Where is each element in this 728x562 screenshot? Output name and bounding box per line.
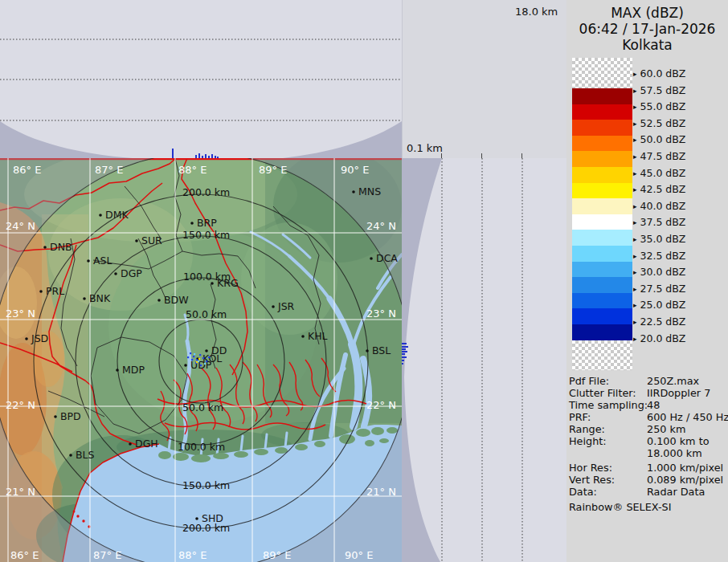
colorbar-band [572,136,632,152]
tick-value: 57.5 dBZ [640,84,686,96]
colorbar-band [572,308,632,324]
station-label: BLS [76,449,95,461]
station-dot [54,415,57,418]
tick-arrow-icon: ▸ [633,169,637,177]
colorbar-tick: ▸42.5 dBZ [633,183,685,195]
station-dot [116,369,119,372]
echo-spike [402,360,404,361]
station-label: DGP [121,267,142,279]
tick-arrow-icon: ▸ [633,153,637,161]
info-row: 18.000 km [569,447,728,459]
info-row: Time sampling:48 [569,399,728,411]
echo-pixel [204,363,206,364]
station-dot [69,454,72,457]
echo-pixel [194,353,195,355]
ring-label: 100.0 km [178,441,225,453]
tick-value: 42.5 dBZ [640,183,686,195]
echo-pixel [199,354,201,356]
info-value: 250 km [647,423,685,435]
tick-value: 20.0 dBZ [640,332,686,344]
station-label: BNK [89,292,111,304]
echo-pixel [198,358,200,360]
product-title: MAX (dBZ) [566,5,728,21]
colorbar-band [572,293,632,309]
colorbar-band [572,104,632,120]
tick-value: 32.5 dBZ [640,250,686,262]
lat-label: 23° N [6,307,35,320]
height-axis-max-label: 18.0 km [515,6,558,18]
colorbar-tick: ▸55.0 dBZ [633,100,685,112]
info-row: Clutter Filter:IIRDoppler 7 [569,387,728,399]
info-label: Vert Res: [569,474,647,486]
info-value: 0.089 km/pixel [647,474,723,486]
station-label: DNB [50,241,72,253]
echo-pixel [208,356,210,358]
station-dot [366,349,369,352]
colorbar-band [572,120,632,136]
radar-site-name: Kolkata [566,37,728,53]
info-label: Height: [569,435,647,447]
lon-label: 89° E [259,164,287,176]
info-row: Range:250 km [569,423,728,435]
colorbar-band [572,88,632,104]
tick-value: 50.0 dBZ [640,133,686,145]
station-dot [184,364,187,367]
lat-label: 23° N [366,307,396,320]
tick-arrow-icon: ▸ [633,252,637,260]
colorbar-tick: ▸30.0 dBZ [633,266,685,278]
info-value: Radar Data [647,486,705,498]
station-dot [43,246,47,249]
info-value: IIRDoppler 7 [647,387,710,399]
ring-label: 50.0 km [186,308,227,320]
tick-value: 47.5 dBZ [640,150,686,162]
echo-spike [402,346,408,348]
tick-arrow-icon: ▸ [633,70,637,78]
station-dot [99,214,102,217]
info-value: 0.100 km to [647,435,710,447]
echo-spike [402,353,405,355]
colorbar-band [572,324,632,340]
echo-spike [402,363,403,364]
info-label: Range: [569,423,647,435]
info-value: 250Z.max [647,375,699,387]
tick-arrow-icon: ▸ [633,136,637,144]
station-label: ASL [93,255,112,267]
echo-pixel [196,361,198,363]
product-datetime: 06:42 / 17-Jan-2026 [566,21,728,37]
tick-arrow-icon: ▸ [633,235,637,243]
colorbar-tick: ▸60.0 dBZ [633,67,685,79]
info-value: 48 [647,399,660,411]
info-label: Clutter Filter: [569,387,647,399]
station-label: DMK [105,209,129,221]
colorbar-tick: ▸40.0 dBZ [633,200,685,212]
info-row: Hor Res:1.000 km/pixel [569,462,728,474]
info-label: PRF: [569,411,647,423]
info-value: 1.000 km/pixel [647,462,723,474]
station-dot [129,442,132,446]
tick-value: 27.5 dBZ [640,283,686,295]
colorbar-band [572,167,632,183]
tick-value: 30.0 dBZ [640,266,686,278]
station-dot [114,272,117,275]
info-value: 600 Hz / 450 Hz [647,411,728,423]
station-label: BSL [372,344,391,356]
tick-arrow-icon: ▸ [633,268,637,276]
ring-label: 50.0 km [182,401,223,413]
lon-label: 88° E [178,164,207,176]
colorbar-band [572,230,632,246]
colorbar-band [572,277,632,293]
station-dot [87,259,90,263]
station-label: SHD [202,512,223,524]
colorbar-overflow-bottom [572,340,632,370]
tick-arrow-icon: ▸ [633,335,637,343]
info-row: Height:0.100 km to [569,435,728,447]
lon-label: 90° E [341,164,369,176]
echo-pixel [202,357,204,359]
ring-label: 150.0 km [182,229,230,241]
colorbar-band [572,183,632,199]
tick-value: 60.0 dBZ [640,67,686,79]
lon-label: 88° E [178,549,207,561]
lat-label: 22° N [6,399,35,411]
tick-arrow-icon: ▸ [633,218,637,226]
echo-pixel [200,364,202,366]
